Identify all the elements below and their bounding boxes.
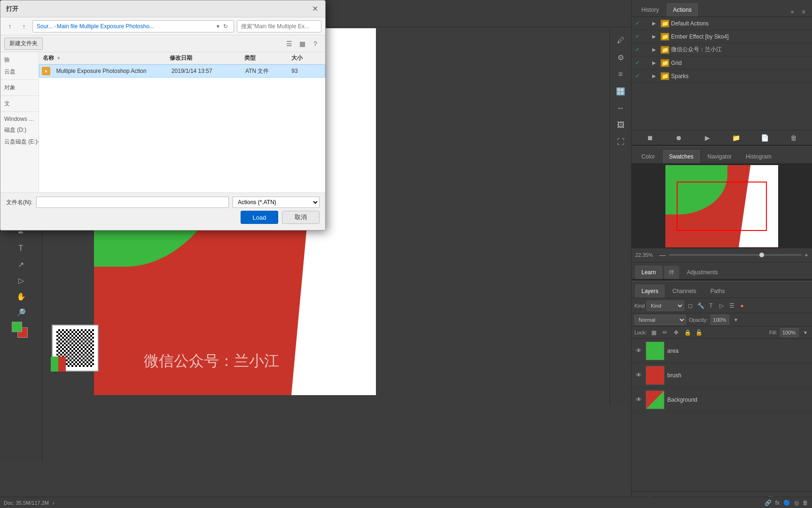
layer-filter-adjust[interactable]: 🔧 [696,302,705,310]
load-btn[interactable]: Load [241,211,278,224]
addr-search-input[interactable] [237,20,321,32]
rt-btn-1[interactable]: 🖊 [613,33,628,48]
nav-pane-item-obj[interactable]: 对象 [0,82,39,94]
col-size[interactable]: 大小 [288,54,325,62]
status-new-btn[interactable]: 🔵 [783,500,790,506]
layer-filter-shape[interactable]: ▷ [717,302,726,310]
layer-visibility-brush[interactable]: 👁 [634,371,643,380]
actions-panel-menu[interactable]: » [788,7,797,16]
layer-filter-smart[interactable]: ☰ [727,302,736,310]
action-item-default[interactable]: ✓ ▶ 📁 Default Actions [632,17,812,30]
tab-learn[interactable]: Learn [635,266,662,279]
actions-record-btn[interactable]: ⏺ [673,133,684,143]
rt-btn-4[interactable]: 🔠 [613,84,628,99]
tab-color[interactable]: Color [635,150,661,163]
status-fx-btn[interactable]: fx [775,500,780,506]
fill-dropdown[interactable]: ▾ [802,329,809,336]
dialog-titlebar[interactable]: 打开 ✕ [0,0,325,17]
rt-btn-7[interactable]: ⛶ [613,135,628,150]
crumb-sour[interactable]: Sour... [37,23,53,30]
foreground-color[interactable] [15,325,28,338]
col-type[interactable]: 类型 [241,54,288,62]
zoom-thumb[interactable] [759,253,764,257]
nav-pane-item-D[interactable]: 磁盘 (D:) [0,124,39,136]
layer-filter-active[interactable]: ● [738,302,746,310]
rt-btn-6[interactable]: 🖼 [613,118,628,133]
nav-pane-item-E[interactable]: 云盘磁盘 (E:) ▾ [0,136,39,148]
action-expand-5[interactable]: ▶ [652,73,659,79]
actions-new-set-btn[interactable]: 📁 [731,133,742,143]
tab-history[interactable]: History [635,3,665,16]
status-mask-btn[interactable]: ◎ [794,500,799,506]
new-folder-btn[interactable]: 新建文件夹 [4,38,43,50]
status-link-btn[interactable]: 🔗 [765,500,772,506]
actions-new-action-btn[interactable]: 📄 [760,133,770,143]
tab-navigator[interactable]: Navigator [702,150,738,163]
tab-adjustments[interactable]: Adjustments [681,266,724,279]
nav-pane-item-C[interactable]: Windows (C:) [0,114,39,124]
tool-shape[interactable]: ▷ [14,273,29,288]
nav-pane-item-cloud[interactable]: 云盘 [0,66,39,78]
layer-filter-type[interactable]: T [707,302,715,310]
addr-dropdown-btn[interactable]: ▾ [215,23,221,30]
addr-back-btn[interactable]: ↑ [4,21,16,32]
layer-row-area[interactable]: 👁 area [632,339,812,363]
tab-learn-icon[interactable]: 伴 [664,266,679,279]
col-date[interactable]: 修改日期 [166,54,241,62]
blend-mode-select[interactable]: Normal [634,315,686,325]
view-list-btn[interactable]: ☰ [283,38,295,50]
view-grid-btn[interactable]: ▦ [296,38,308,50]
action-item-sparks[interactable]: ✓ ▶ 📁 Sparks [632,70,812,83]
layer-filter-pixel[interactable]: ◻ [686,302,695,310]
kind-select[interactable]: Kind [647,301,684,311]
lock-all[interactable]: 🔓 [695,328,703,337]
lock-transparent[interactable]: ▦ [649,328,658,337]
addr-path[interactable]: Sour... › Main file Multiple Exposure Ph… [32,20,234,32]
action-expand-3[interactable]: ▶ [652,47,659,52]
tool-hand[interactable]: ✋ [14,289,29,304]
actions-delete-btn[interactable]: 🗑 [789,133,799,143]
filetype-select[interactable]: Actions (*.ATN) [233,197,320,208]
lock-position[interactable]: ✥ [672,328,680,337]
fill-input[interactable] [780,328,799,337]
actions-panel-options[interactable]: ≡ [799,7,808,16]
actions-stop-btn[interactable]: ⏹ [645,133,655,143]
zoom-out-btn[interactable]: — [659,251,666,259]
tab-swatches[interactable]: Swatches [663,150,700,163]
opacity-input[interactable] [710,315,729,325]
tool-path[interactable]: ↗ [14,257,29,272]
layer-visibility-bg[interactable]: 👁 [634,396,643,404]
file-row-0[interactable]: A Multiple Exposure Photoshop Action 201… [39,64,325,78]
zoom-slider[interactable] [669,254,802,256]
tab-layers[interactable]: Layers [635,285,664,298]
addr-up-btn[interactable]: ↑ [18,21,30,32]
col-name[interactable]: 名称 ▾ [39,54,166,62]
tab-actions[interactable]: Actions [667,3,697,16]
action-expand-4[interactable]: ▶ [652,60,659,65]
filename-input[interactable] [36,197,229,208]
tab-paths[interactable]: Paths [704,285,731,298]
tab-histogram[interactable]: Histogram [740,150,778,163]
zoom-in-btn[interactable]: + [804,251,808,259]
rt-btn-3[interactable]: ≡ [613,67,628,82]
layer-row-brush[interactable]: 👁 brush [632,363,812,388]
action-item-ember[interactable]: ✓ ▶ 📁 Ember Effect [by Sko4] [632,30,812,43]
layer-visibility-area[interactable]: 👁 [634,347,643,355]
action-expand-1[interactable]: ▶ [652,21,659,26]
crumb-main[interactable]: Main file Multiple Exposure Photosho... [57,23,154,30]
tab-channels[interactable]: Channels [666,285,703,298]
action-expand-2[interactable]: ▶ [652,34,659,39]
addr-refresh-btn[interactable]: ↻ [221,23,230,30]
actions-play-btn[interactable]: ▶ [702,133,712,143]
lock-image[interactable]: ✏ [661,328,669,337]
view-help-btn[interactable]: ? [309,38,321,50]
action-item-grid[interactable]: ✓ ▶ 📁 Grid [632,56,812,70]
cancel-btn[interactable]: 取消 [282,211,320,224]
rt-btn-2[interactable]: ⚙ [613,50,628,65]
tool-type[interactable]: T [14,241,29,256]
nav-pane-item-recent[interactable]: 验 [0,54,39,66]
tool-zoom[interactable]: 🔎 [14,305,29,320]
dialog-close-btn[interactable]: ✕ [310,4,320,14]
lock-artboard[interactable]: 🔒 [683,328,692,337]
rt-btn-5[interactable]: ↔ [613,101,628,116]
